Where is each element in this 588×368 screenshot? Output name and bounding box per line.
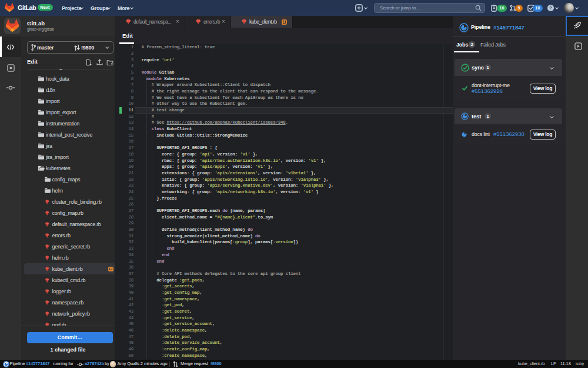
svg-text:?: ? — [549, 5, 552, 11]
